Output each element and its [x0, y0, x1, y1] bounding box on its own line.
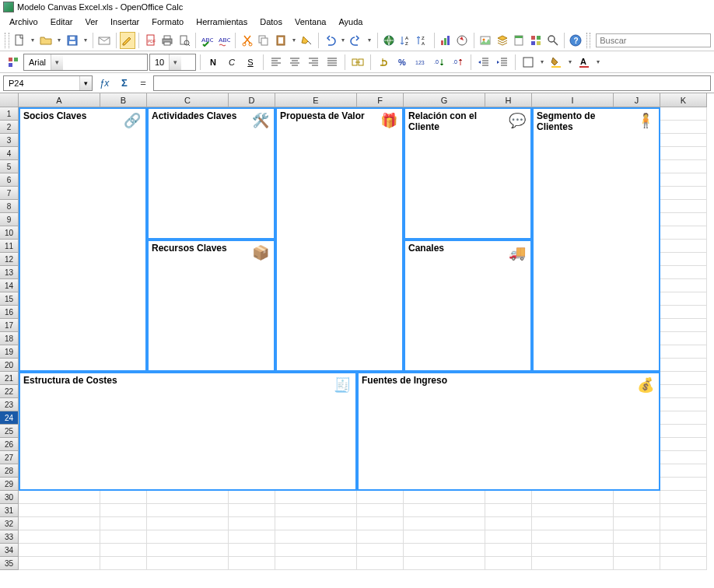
row-header-35[interactable]: 35 — [0, 557, 19, 570]
remove-decimal-button[interactable]: .0 — [450, 54, 467, 71]
row-header-27[interactable]: 27 — [0, 451, 19, 464]
row-header-29[interactable]: 29 — [0, 478, 19, 491]
column-header-B[interactable]: B — [100, 93, 147, 107]
edit-mode-button[interactable] — [120, 32, 136, 49]
merge-cells-button[interactable] — [349, 54, 366, 71]
row-header-14[interactable]: 14 — [0, 279, 19, 292]
row-header-30[interactable]: 30 — [0, 491, 19, 504]
bgcolor-button[interactable] — [548, 54, 565, 71]
row-header-8[interactable]: 8 — [0, 200, 19, 213]
canvas-propuesta[interactable]: Propuesta de Valor🎁 — [275, 107, 404, 372]
row-header-22[interactable]: 22 — [0, 385, 19, 398]
paste-button[interactable] — [273, 32, 289, 49]
search-input[interactable] — [596, 33, 711, 47]
align-right-button[interactable] — [305, 54, 322, 71]
styles-dropdown-button[interactable] — [5, 54, 22, 71]
add-decimal-button[interactable]: .0 — [431, 54, 448, 71]
row-header-18[interactable]: 18 — [0, 332, 19, 345]
row-header-13[interactable]: 13 — [0, 266, 19, 279]
row-header-26[interactable]: 26 — [0, 438, 19, 451]
new-dropdown[interactable]: ▾ — [28, 32, 37, 49]
column-header-C[interactable]: C — [147, 93, 229, 107]
menu-editar[interactable]: Editar — [44, 16, 79, 28]
save-button[interactable] — [64, 32, 80, 49]
column-header-I[interactable]: I — [532, 93, 614, 107]
row-header-25[interactable]: 25 — [0, 425, 19, 438]
fontcolor-button[interactable]: A — [576, 54, 593, 71]
column-header-E[interactable]: E — [275, 93, 357, 107]
canvas-relacion[interactable]: Relación con el Cliente💬 — [404, 107, 532, 240]
italic-button[interactable]: C — [223, 54, 240, 71]
currency-button[interactable] — [375, 54, 392, 71]
canvas-canales[interactable]: Canales🚚 — [404, 240, 532, 372]
fontcolor-dropdown[interactable]: ▾ — [594, 58, 602, 65]
undo-dropdown[interactable]: ▾ — [339, 32, 348, 49]
row-header-5[interactable]: 5 — [0, 160, 19, 173]
row-header-16[interactable]: 16 — [0, 306, 19, 319]
open-dropdown[interactable]: ▾ — [54, 32, 63, 49]
align-left-button[interactable] — [268, 54, 285, 71]
row-header-4[interactable]: 4 — [0, 147, 19, 160]
new-button[interactable] — [12, 32, 28, 49]
formula-input[interactable] — [153, 75, 711, 91]
menu-datos[interactable]: Datos — [254, 16, 289, 28]
column-header-G[interactable]: G — [404, 93, 485, 107]
row-header-33[interactable]: 33 — [0, 530, 19, 544]
row-header-24[interactable]: 24 — [0, 411, 19, 425]
row-header-21[interactable]: 21 — [0, 372, 19, 385]
chart-button[interactable] — [438, 32, 454, 49]
row-header-11[interactable]: 11 — [0, 240, 19, 253]
increase-indent-button[interactable] — [494, 54, 511, 71]
copy-button[interactable] — [256, 32, 272, 49]
redo-dropdown[interactable]: ▾ — [366, 32, 374, 49]
menu-formato[interactable]: Formato — [145, 16, 190, 28]
decrease-indent-button[interactable] — [475, 54, 492, 71]
navigator-button[interactable] — [454, 32, 471, 49]
menu-ayuda[interactable]: Ayuda — [332, 16, 369, 28]
row-header-7[interactable]: 7 — [0, 187, 19, 200]
function-wizard-button[interactable]: ƒx — [96, 75, 113, 91]
sum-button[interactable]: Σ — [116, 75, 133, 91]
row-header-23[interactable]: 23 — [0, 398, 19, 411]
toolbar-handle[interactable] — [5, 33, 9, 48]
font-size-combo[interactable]: 10▾ — [149, 54, 196, 71]
paste-dropdown[interactable]: ▾ — [289, 32, 298, 49]
align-justify-button[interactable] — [324, 54, 341, 71]
borders-dropdown[interactable]: ▾ — [538, 58, 546, 65]
cut-button[interactable] — [239, 32, 255, 49]
column-header-K[interactable]: K — [660, 93, 707, 107]
bgcolor-dropdown[interactable]: ▾ — [566, 58, 574, 65]
menu-archivo[interactable]: Archivo — [3, 16, 44, 28]
print-preview-button[interactable] — [177, 32, 193, 49]
canvas-segmento[interactable]: Segmento de Clientes🧍 — [532, 107, 660, 372]
menu-insertar[interactable]: Insertar — [104, 16, 145, 28]
row-header-3[interactable]: 3 — [0, 134, 19, 147]
menu-ver[interactable]: Ver — [79, 16, 104, 28]
auto-spellcheck-button[interactable]: ABC — [216, 32, 233, 49]
bold-button[interactable]: N — [205, 54, 222, 71]
canvas-recursos[interactable]: Recursos Claves📦 — [147, 240, 275, 372]
row-header-6[interactable]: 6 — [0, 173, 19, 187]
undo-button[interactable] — [322, 32, 338, 49]
canvas-actividades[interactable]: Actividades Claves🛠️ — [147, 107, 275, 240]
canvas-ingresos[interactable]: Fuentes de Ingreso💰 — [357, 372, 660, 491]
canvas-socios[interactable]: Socios Claves🔗 — [19, 107, 147, 372]
headers-footers-button[interactable] — [511, 32, 527, 49]
sort-desc-button[interactable]: ZA — [415, 32, 431, 49]
row-header-12[interactable]: 12 — [0, 253, 19, 266]
redo-button[interactable] — [348, 32, 365, 49]
row-header-9[interactable]: 9 — [0, 213, 19, 226]
row-header-10[interactable]: 10 — [0, 226, 19, 240]
align-center-button[interactable] — [286, 54, 303, 71]
column-header-F[interactable]: F — [357, 93, 404, 107]
data-sources-button[interactable] — [494, 32, 510, 49]
select-all-corner[interactable] — [0, 93, 19, 107]
row-header-15[interactable]: 15 — [0, 292, 19, 306]
styles-button[interactable] — [528, 32, 544, 49]
row-header-17[interactable]: 17 — [0, 319, 19, 332]
sort-asc-button[interactable]: AZ — [397, 32, 414, 49]
canvas-costes[interactable]: Estructura de Costes🧾 — [19, 372, 357, 491]
export-pdf-button[interactable]: PDF — [142, 32, 159, 49]
column-header-J[interactable]: J — [614, 93, 660, 107]
row-header-2[interactable]: 2 — [0, 121, 19, 134]
